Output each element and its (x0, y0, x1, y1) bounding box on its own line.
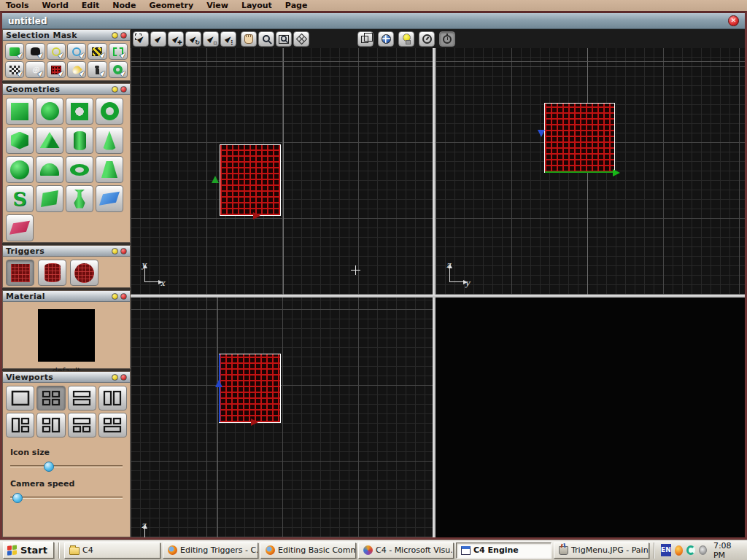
camera-speed-slider[interactable] (10, 493, 123, 503)
minimize-panel-icon[interactable] (112, 248, 118, 254)
portal-mask-button[interactable]: ► (5, 61, 24, 78)
geometry-torus-button[interactable] (66, 156, 93, 183)
stopwatch-tool-button[interactable] (439, 31, 455, 47)
hand-tool-button[interactable] (241, 31, 257, 47)
camera-mask-button[interactable]: ► (67, 43, 86, 60)
trigger-mask-button[interactable]: ► (47, 61, 66, 78)
layout-wide-bottom-button[interactable] (98, 413, 127, 438)
red-axis-arrow-icon[interactable] (253, 212, 260, 219)
menu-view[interactable]: View (206, 1, 228, 10)
geometry-blue-plane-button[interactable] (96, 185, 123, 212)
selection-mask-header[interactable]: Selection Mask (3, 30, 130, 41)
icon-size-slider-thumb[interactable] (44, 462, 54, 472)
messenger-icon[interactable] (675, 545, 683, 556)
taskbar-item-editing-basic[interactable]: Editing Basic Comm... (260, 542, 356, 559)
red-axis-arrow-icon[interactable] (251, 419, 258, 426)
connect-tool-button[interactable]: ►⋮ (220, 31, 236, 47)
minimize-panel-icon[interactable] (112, 86, 118, 93)
viewport-top-left[interactable]: y x (131, 48, 433, 295)
viewports-header[interactable]: Viewports (3, 372, 130, 383)
box-trigger-button[interactable] (6, 260, 34, 286)
geometry-mask-button[interactable]: ► (5, 43, 24, 60)
language-indicator[interactable]: EN (661, 544, 671, 556)
effect-mask-button[interactable]: ► (67, 61, 86, 78)
cylinder-trigger-button[interactable] (38, 260, 66, 286)
model-mask-button[interactable]: ► (88, 61, 107, 78)
icon-size-slider[interactable] (10, 462, 123, 472)
green-axis-arrow-icon[interactable] (613, 169, 620, 176)
cube-tool-button[interactable] (357, 31, 374, 47)
taskbar-item-c4-engine[interactable]: C4 Engine (456, 542, 551, 559)
geometry-box-button[interactable] (6, 127, 34, 154)
download-manager-icon[interactable] (686, 545, 695, 555)
volume-icon[interactable] (699, 545, 707, 555)
close-panel-icon[interactable] (120, 248, 127, 254)
menu-node[interactable]: Node (112, 1, 136, 10)
orbit-tool-button[interactable] (293, 31, 309, 47)
geometry-red-plane-button[interactable] (6, 214, 34, 241)
locator-mask-button[interactable]: ⊕► (26, 61, 44, 78)
menu-geometry[interactable]: Geometry (149, 1, 193, 10)
geometry-hole-plate-button[interactable] (66, 98, 93, 125)
viewport-bottom-left[interactable]: z x (131, 298, 433, 537)
geometry-extrusion-button[interactable] (36, 185, 63, 212)
green-axis-arrow-icon[interactable] (212, 176, 219, 183)
triggers-header[interactable]: Triggers (3, 246, 130, 257)
layout-left-wide-button[interactable] (6, 413, 34, 438)
material-swatch[interactable] (38, 309, 95, 362)
geometry-sphere-button[interactable] (6, 156, 34, 183)
geometry-cone-button[interactable] (96, 127, 123, 154)
light-mask-button[interactable]: ► (47, 43, 66, 60)
menu-tools[interactable]: Tools (6, 1, 28, 10)
camera-speed-slider-thumb[interactable] (12, 493, 23, 503)
marker-mask-button[interactable]: ► (88, 43, 107, 60)
menu-world[interactable]: World (42, 1, 68, 10)
taskbar-item-c4-folder[interactable]: C4 (64, 542, 160, 559)
minimize-panel-icon[interactable] (112, 374, 118, 381)
menu-layout[interactable]: Layout (241, 1, 272, 10)
light-tool-button[interactable] (398, 31, 414, 47)
viewport-bottom-right[interactable] (436, 298, 745, 537)
box-select-tool-button[interactable]: ► (133, 31, 149, 47)
move-tool-button[interactable]: ►✚ (168, 31, 184, 47)
taskbar-item-visual-studio[interactable]: C4 - Microsoft Visu... (358, 542, 454, 559)
resize-tool-button[interactable]: ►▫ (203, 31, 219, 47)
trigger-box-node[interactable] (544, 103, 615, 173)
trigger-box-node[interactable] (219, 354, 281, 423)
start-button[interactable]: Start (3, 542, 54, 559)
minimize-panel-icon[interactable] (112, 32, 118, 39)
bone-mask-button[interactable]: ► (26, 43, 44, 60)
minimize-panel-icon[interactable] (112, 293, 118, 300)
rotate-tool-button[interactable]: ►↻ (185, 31, 201, 47)
close-panel-icon[interactable] (120, 374, 127, 381)
geometry-annulus-button[interactable] (96, 98, 123, 125)
menu-edit[interactable]: Edit (82, 1, 99, 10)
clock-tool-button[interactable] (419, 31, 435, 47)
layout-right-wide-button[interactable] (36, 413, 65, 438)
geometry-plate-button[interactable] (6, 98, 34, 125)
world-tool-button[interactable] (378, 31, 394, 47)
geometry-disk-button[interactable] (36, 98, 63, 125)
taskbar-item-editing-triggers[interactable]: Editing Triggers - C... (163, 542, 258, 559)
zone-mask-button[interactable]: ► (109, 43, 128, 60)
close-panel-icon[interactable] (120, 32, 127, 39)
geometry-tube-button[interactable]: S (6, 185, 34, 212)
geometry-cylinder-button[interactable] (66, 127, 93, 154)
select-tool-button[interactable]: ► (150, 31, 166, 47)
geometry-truncated-cone-button[interactable] (96, 156, 123, 183)
menu-page[interactable]: Page (285, 1, 308, 10)
geometries-header[interactable]: Geometries (3, 84, 130, 95)
taskbar-item-paint[interactable]: TrigMenu.JPG - Paint (554, 542, 649, 559)
trigger-box-node[interactable] (220, 144, 281, 216)
material-header[interactable]: Material (3, 291, 130, 302)
vertical-splitter[interactable] (433, 48, 436, 537)
close-icon[interactable]: ✕ (728, 15, 739, 26)
clock[interactable]: 7:08 PM (711, 541, 740, 560)
geometry-dome-button[interactable] (36, 156, 63, 183)
layout-wide-top-button[interactable] (68, 413, 96, 438)
layout-quad-button[interactable] (36, 386, 65, 411)
window-titlebar[interactable]: untitled ✕ (2, 13, 745, 29)
close-panel-icon[interactable] (120, 86, 127, 93)
layout-single-button[interactable] (6, 386, 34, 411)
geometry-pyramid-button[interactable] (36, 127, 63, 154)
